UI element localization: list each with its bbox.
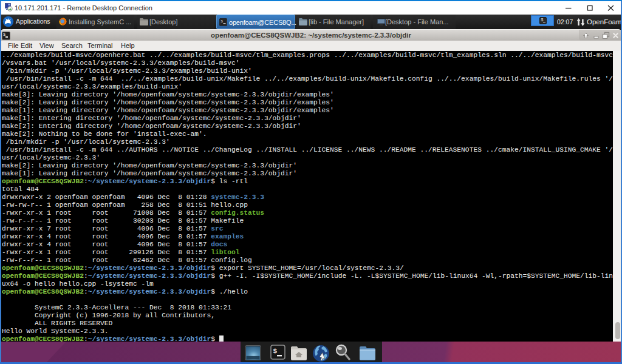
svg-text:$: $ <box>220 19 223 24</box>
svg-text:$: $ <box>273 348 278 355</box>
